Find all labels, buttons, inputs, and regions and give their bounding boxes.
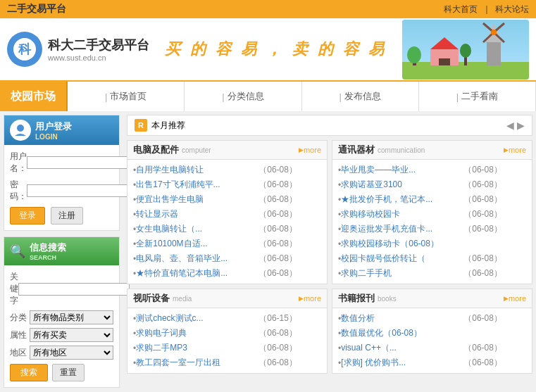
nav-tab-guide[interactable]: 二手看南 [419,82,536,111]
item-text: visual C++（... [341,342,461,354]
list-item[interactable]: 全新10100M自适...（06-08） [133,236,321,251]
panel-body-books: 数值分析（06-08）数值最优化（06-08）visual C++（...（06… [332,308,532,373]
keyword-input[interactable] [18,283,130,296]
password-input[interactable] [27,184,138,197]
username-row: 用户名： [10,151,113,175]
item-text: 求购诺基亚3100 [341,179,461,191]
list-item[interactable]: 求购二手手机（06-08） [338,266,526,281]
nav-bar: 校园市场 市场首页 分类信息 发布信息 二手看南 [0,82,536,111]
monthly-icon: R [135,119,147,132]
logo-url: www.sust.edu.cn [48,53,149,62]
login-button[interactable]: 登录 [10,207,45,225]
user-icon [10,120,31,141]
nav-arrow[interactable]: ◀ ▶ [506,120,525,131]
panel-title-communication: 通讯器材 [338,144,375,155]
top-bar-title: 二手交易平台 [7,3,66,15]
register-button[interactable]: 注册 [51,207,83,225]
logo-area: 科 科大二手交易平台 www.sust.edu.cn [7,32,149,67]
panel-more-media[interactable]: more [299,294,321,303]
nav-tab-category[interactable]: 分类信息 [185,82,301,111]
panel-header-books: 书籍报刊booksmore [332,289,532,308]
list-item[interactable]: 便宜出售学生电脑（06-08） [133,192,321,207]
item-text: 便宜出售学生电脑 [136,194,256,206]
list-item[interactable]: 自用学生电脑转让（06-08） [133,163,321,177]
list-item[interactable]: [求购] 优价购书...（06-08） [338,355,526,370]
keda-forum-link[interactable]: 科大论坛 [495,4,529,14]
item-date: （06-08） [463,208,502,220]
panel-more-communication[interactable]: more [504,146,526,154]
search-icon: 🔍 [10,244,25,259]
nav-tab-home[interactable]: 市场首页 [68,82,185,111]
item-date: （06-08） [258,208,297,220]
item-text: 求购电子词典 [136,327,256,339]
list-item[interactable]: 转让显示器（06-08） [133,207,321,222]
item-date: （06-08） [463,267,502,279]
item-text: 教工四套一室一厅出租 [136,357,256,369]
list-item[interactable]: 女生电脑转让（...（06-08） [133,222,321,236]
svg-text:科: 科 [18,42,32,56]
panel-body-communication: 毕业甩卖——毕业...（06-08）求购诺基亚3100（06-08）★批发价手机… [332,160,532,284]
monthly-banner: R 本月推荐 ◀ ▶ [127,115,532,136]
list-item[interactable]: 数值最优化（06-08） [338,326,526,341]
item-date: （06-08） [463,357,502,369]
item-date: （06-08） [258,357,297,369]
list-item[interactable]: 求购诺基亚3100（06-08） [338,177,526,192]
region-select[interactable]: 所有地区 [30,346,113,360]
list-item[interactable]: 求购校园移动卡（06-08） [338,236,526,251]
panel-communication: 通讯器材communicationmore毕业甩卖——毕业...（06-08）求… [332,140,532,284]
panels-grid: 电脑及配件computermore自用学生电脑转让（06-08）出售17寸飞利浦… [127,140,532,374]
list-item[interactable]: 教工四套一室一厅出租（06-08） [133,355,321,370]
panel-body-computer: 自用学生电脑转让（06-08）出售17寸飞利浦纯平...（06-08）便宜出售学… [127,160,327,284]
category-select[interactable]: 所有物品类别 [30,310,113,324]
login-title: 用户登录 [35,120,72,133]
attribute-select[interactable]: 所有买卖 [30,328,113,342]
panel-more-books[interactable]: more [504,294,526,303]
panel-title-media: 视听设备 [133,293,170,303]
svg-point-10 [491,30,497,35]
item-date: （06-08） [258,164,297,176]
list-item[interactable]: 出售17寸飞利浦纯平...（06-08） [133,177,321,192]
item-text: 求购移动校园卡 [341,208,461,220]
attribute-label: 属性 [10,329,30,341]
item-text: [求购] 优价购书... [341,357,461,369]
panel-header-communication: 通讯器材communicationmore [332,141,532,160]
list-item[interactable]: 求购电子词典（06-08） [133,326,321,341]
item-text: ★特价直销笔记本电脑... [136,267,256,279]
list-item[interactable]: 电风扇、壶、音箱毕业...（06-08） [133,251,321,266]
svg-point-15 [407,46,421,63]
item-text: 数值分析 [341,312,461,324]
keda-home-link[interactable]: 科大首页 [444,4,478,14]
username-input[interactable] [27,156,138,169]
panel-title-computer: 电脑及配件 [133,144,179,155]
list-item[interactable]: 毕业甩卖——毕业...（06-08） [338,163,526,177]
item-text: 女生电脑转让（... [136,223,256,235]
list-item[interactable]: 求购移动校园卡（06-08） [338,207,526,222]
panel-more-computer[interactable]: more [299,146,321,154]
panel-subtitle-communication: communication [378,146,425,154]
password-row: 密 码： [10,179,113,203]
item-date: （06-08） [463,253,502,265]
list-item[interactable]: 数值分析（06-08） [338,311,526,326]
item-date: （06-08） [463,223,502,235]
list-item[interactable]: ★批发价手机，笔记本...（06-08） [338,192,526,207]
item-date: （06-08） [258,253,297,265]
list-item[interactable]: 测试check测试c...（06-15） [133,311,321,326]
list-item[interactable]: 迎奥运批发手机充值卡...（06-08） [338,222,526,236]
list-item[interactable]: 校园卡靓号低价转让（（06-08） [338,251,526,266]
nav-tabs: 市场首页 分类信息 发布信息 二手看南 [68,82,536,111]
panel-title-books: 书籍报刊 [338,293,375,303]
top-bar-links: 科大首页 ｜ 科大论坛 [444,4,529,15]
list-item[interactable]: 求购二手MP3（06-08） [133,341,321,355]
search-button[interactable]: 搜索 [10,364,48,381]
search-subtitle: SEARCH [30,254,66,261]
login-header: 用户登录 LOGIN [4,115,119,145]
list-item[interactable]: ★特价直销笔记本电脑...（06-08） [133,266,321,281]
reset-button[interactable]: 重置 [52,364,85,381]
nav-campus[interactable]: 校园市场 [0,82,68,111]
item-date: （06-08） [258,223,297,235]
keyword-row: 关键字 [10,271,113,307]
main-content: 用户登录 LOGIN 用户名： 密 码： 登录 注册 [0,111,536,392]
search-box: 🔍 信息搜索 SEARCH 关键字 分类 所有物品类别 [4,236,120,388]
list-item[interactable]: visual C++（...（06-08） [338,341,526,355]
nav-tab-publish[interactable]: 发布信息 [302,82,419,111]
